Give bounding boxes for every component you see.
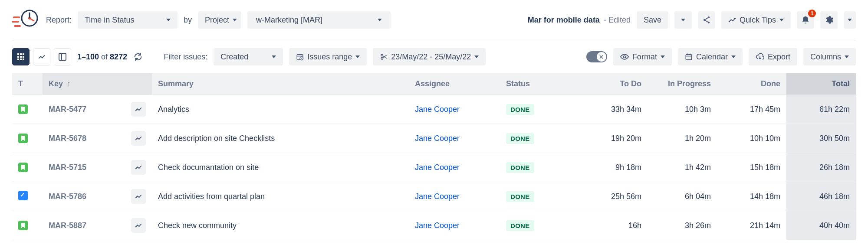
cell-status: DONE [500,153,578,182]
table-row: MAR-5477AnalyticsJane CooperDONE33h 34m1… [12,95,856,124]
col-todo[interactable]: To Do [578,73,648,95]
story-type-icon [18,163,28,172]
table-row: MAR-5678Add description on site Checklis… [12,124,856,153]
cell-summary[interactable]: Check documantation on site [152,153,409,182]
calendar-clock-icon [296,53,304,61]
project-select[interactable]: w-Marketing [MAR] [247,11,391,29]
notifications-button[interactable]: 1 [797,11,814,29]
col-status[interactable]: Status [500,73,578,95]
col-done[interactable]: Done [717,73,786,95]
notifications-count: 1 [808,10,816,17]
svg-point-11 [734,18,736,19]
export-label: Export [768,52,790,62]
chart-line-icon [135,105,142,113]
cell-total: 26h 18m [786,153,856,182]
groupby-select[interactable]: Project [198,11,241,29]
cell-in_progress: 3h 26m [648,211,717,240]
cell-type [12,124,43,153]
svg-rect-12 [17,53,19,55]
svg-rect-21 [59,53,66,60]
cell-total: 40h 40m [786,211,856,240]
cell-total: 61h 22m [786,95,856,124]
col-key[interactable]: Key ↑ [43,73,125,95]
cell-key[interactable]: MAR-5477 [43,95,125,124]
gear-icon [824,15,834,25]
cell-key[interactable]: MAR-5715 [43,153,125,182]
cell-status: DONE [500,95,578,124]
col-inprogress[interactable]: In Progress [648,73,717,95]
format-button[interactable]: Format [613,48,672,65]
cell-assignee[interactable]: Jane Cooper [409,95,500,124]
refresh-button[interactable] [133,52,143,62]
cell-summary[interactable]: Add description on site Checklists [152,124,409,153]
date-range-button[interactable]: 23/May/22 - 25/May/22 [373,48,486,65]
row-chart-button[interactable] [131,131,146,146]
density-toggle[interactable]: ✕ [586,51,607,62]
cell-summary[interactable]: Check new community [152,211,409,240]
cell-row-chart [125,182,152,211]
cell-assignee[interactable]: Jane Cooper [409,211,500,240]
cell-assignee[interactable]: Jane Cooper [409,124,500,153]
settings-dropdown-button[interactable] [844,11,856,29]
cell-key[interactable]: MAR-5786 [43,182,125,211]
share-button[interactable] [698,11,715,29]
filter-select[interactable]: Created [214,48,283,65]
issues-range-button[interactable]: Issues range [289,48,367,65]
row-chart-button[interactable] [131,218,146,233]
svg-rect-13 [20,53,22,55]
export-button[interactable]: Export [749,48,797,65]
row-chart-button[interactable] [131,160,146,175]
view-chart-button[interactable] [33,48,50,65]
svg-point-10 [729,21,730,22]
issues-range-label: Issues range [307,52,352,62]
save-dropdown-button[interactable] [674,11,692,29]
quick-tips-button[interactable]: Quick Tips [721,11,791,29]
columns-label: Columns [810,52,841,62]
status-badge: DONE [506,220,534,231]
story-type-icon [18,221,28,230]
report-select[interactable]: Time in Status [78,11,178,29]
cell-summary[interactable]: Analytics [152,95,409,124]
cell-type [12,95,43,124]
cell-summary[interactable]: Add activities from quartal plan [152,182,409,211]
project-select-value: w-Marketing [MAR] [256,16,322,25]
cell-key[interactable]: MAR-5678 [43,124,125,153]
save-button[interactable]: Save [637,11,668,29]
view-panel-button[interactable] [54,48,71,65]
row-chart-button[interactable] [131,189,146,204]
row-chart-button[interactable] [131,102,146,117]
col-type[interactable]: T [12,73,43,95]
chart-line-icon [135,134,142,142]
columns-button[interactable]: Columns [803,48,856,65]
cell-total: 30h 50m [786,124,856,153]
cell-done: 17h 45m [717,95,786,124]
svg-rect-15 [17,56,19,58]
cell-done: 14h 18m [717,182,786,211]
status-badge: DONE [506,162,534,173]
cell-todo: 9h 18m [578,153,648,182]
calendar-button[interactable]: Calendar [678,48,743,65]
view-grid-button[interactable] [12,48,30,65]
task-type-icon [18,191,28,200]
groupby-select-value: Project [205,16,229,25]
tips-icon [728,16,736,24]
date-range-value: 23/May/22 - 25/May/22 [391,52,471,62]
cell-in_progress: 10h 3m [648,95,717,124]
scissors-icon [380,53,388,61]
settings-button[interactable] [820,11,838,29]
cell-status: DONE [500,124,578,153]
story-type-icon [18,104,28,114]
saved-report-name: Mar for mobile data - Edited [528,16,631,25]
cell-assignee[interactable]: Jane Cooper [409,182,500,211]
col-summary[interactable]: Summary [152,73,409,95]
cell-in_progress: 6h 04m [648,182,717,211]
cell-assignee[interactable]: Jane Cooper [409,153,500,182]
col-assignee[interactable]: Assignee [409,73,500,95]
col-total[interactable]: Total [786,73,856,95]
cell-todo: 19h 20m [578,124,648,153]
status-badge: DONE [506,191,534,202]
cell-key[interactable]: MAR-5887 [43,211,125,240]
refresh-icon [133,52,143,62]
panel-icon [59,53,66,61]
cell-row-chart [125,124,152,153]
